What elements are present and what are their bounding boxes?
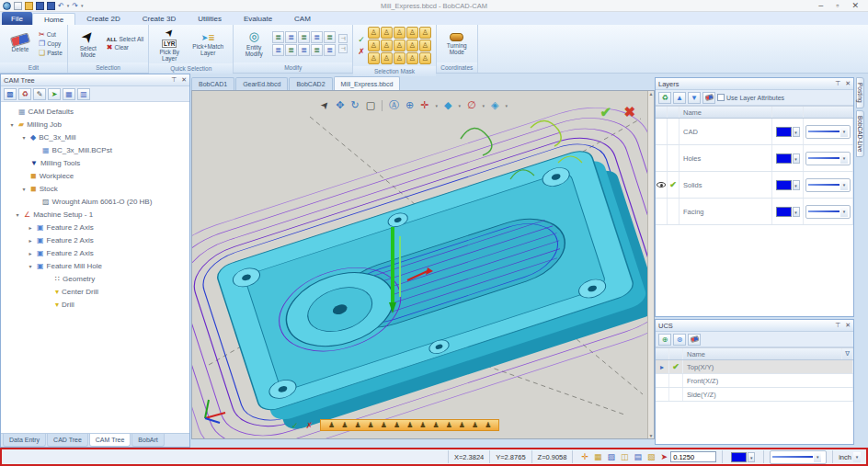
line-style-dropdown[interactable]: ▾: [770, 450, 827, 464]
close-panel-icon[interactable]: ✕: [845, 322, 851, 329]
color-dropdown-icon[interactable]: ▾: [793, 153, 800, 164]
sim-step-icon[interactable]: ♟: [459, 421, 465, 429]
layer-row[interactable]: CAD ▾ ▾: [656, 119, 853, 145]
undo-icon[interactable]: ↶: [58, 2, 64, 10]
mask-filter-icon[interactable]: ♙: [368, 27, 380, 39]
modify-tool-icon[interactable]: ≣: [272, 31, 284, 43]
tree-regen-icon[interactable]: ♻: [18, 88, 31, 100]
cut-button[interactable]: ✂ Cut: [39, 30, 63, 39]
tree-edit-icon[interactable]: ✎: [33, 88, 46, 100]
save-as-icon[interactable]: [47, 2, 55, 10]
layer-row[interactable]: Facing ▾ ▾: [656, 199, 853, 225]
modify-tool-icon[interactable]: ≣: [324, 31, 336, 43]
pick-match-layer-button[interactable]: ➤≣ Pick+Match Layer: [188, 33, 228, 56]
layer-row[interactable]: Holes ▾ ▾: [656, 145, 853, 172]
mask-filter-icon[interactable]: ♙: [406, 52, 418, 64]
maximize-button[interactable]: ▫: [836, 1, 839, 10]
orbit-icon[interactable]: ↻: [350, 99, 359, 111]
ucs-row[interactable]: Side(Y/Z): [656, 388, 853, 402]
sim-step-icon[interactable]: ♟: [419, 421, 426, 429]
mask-filter-icon[interactable]: ♙: [368, 52, 380, 64]
tree-item[interactable]: ▾Drill: [1, 298, 189, 311]
tab-home[interactable]: Home: [32, 13, 75, 25]
mask-filter-icon[interactable]: ♙: [419, 40, 431, 51]
unit-dropdown[interactable]: inch ▾: [832, 450, 866, 463]
ucs-row[interactable]: Front(X/Z): [656, 374, 853, 388]
tree-item[interactable]: ▾▣Feature Mill Hole: [1, 259, 189, 272]
mask-filter-icon[interactable]: ♙: [394, 52, 405, 64]
color-dropdown-icon[interactable]: ▾: [748, 452, 755, 462]
increment-input[interactable]: [670, 451, 716, 462]
tree-table2-icon[interactable]: ▥: [77, 88, 90, 100]
tree-item[interactable]: ◼Workpiece: [1, 169, 189, 182]
mask-filter-icon[interactable]: ♙: [394, 27, 405, 39]
viewport-canvas[interactable]: ➤ ✥ ↻ ▢ Ⓐ ⊕ ✛ ▾ ◆ ▾ ∅ ▾ ◈ ▾ ✔ ✖ ✓ ✗ ♟ ♟ …: [191, 90, 655, 439]
tab-bobart[interactable]: BobArt: [131, 434, 164, 447]
sim-step-icon[interactable]: ♟: [341, 421, 348, 429]
refresh-layers-icon[interactable]: ♻: [658, 92, 671, 104]
color-dropdown-icon[interactable]: ▾: [793, 207, 800, 217]
tree-item[interactable]: ▾▰Milling Job: [1, 118, 189, 131]
tree-table1-icon[interactable]: ▦: [63, 88, 75, 100]
zoom-window-icon[interactable]: ⊕: [405, 99, 414, 111]
redo-icon[interactable]: ↷: [72, 2, 78, 10]
increment-icon[interactable]: ⊣: [338, 34, 348, 43]
tab-cam-tree[interactable]: CAM Tree: [89, 434, 131, 447]
delete-button[interactable]: Delete: [5, 35, 36, 52]
modify-tool-icon[interactable]: ≣: [272, 44, 284, 56]
visibility-eye-icon[interactable]: [657, 182, 666, 188]
eraser-icon[interactable]: [702, 92, 715, 104]
hide-entities-icon[interactable]: ∅: [467, 99, 476, 111]
open-file-icon[interactable]: [25, 2, 33, 10]
status-tool-icon[interactable]: ◫: [618, 452, 632, 461]
sim-step-icon[interactable]: ♟: [446, 421, 452, 429]
tab-data-entry[interactable]: Data Entry: [3, 434, 46, 447]
clear-selection-button[interactable]: ✖ Clear: [107, 43, 143, 51]
tree-item[interactable]: ▸▣Feature 2 Axis: [1, 221, 189, 233]
viewport-ok-icon[interactable]: ✔: [600, 104, 611, 120]
sim-step-icon[interactable]: ♟: [381, 421, 387, 429]
tab-cad-tree[interactable]: CAD Tree: [47, 434, 88, 447]
sim-reject-icon[interactable]: ✗: [306, 421, 314, 430]
tree-post-icon[interactable]: ➤: [48, 88, 61, 100]
redo-dropdown-icon[interactable]: ▾: [81, 3, 84, 8]
side-tab-bobcad-live[interactable]: BobCAD-Live: [856, 110, 864, 157]
tree-item[interactable]: ▼Milling Tools: [1, 156, 189, 169]
modify-tool-icon[interactable]: ≣: [311, 31, 323, 43]
mask-filter-icon[interactable]: ♙: [419, 52, 431, 64]
status-tool-icon[interactable]: ➤: [658, 452, 671, 461]
tree-item[interactable]: ▨Wrought Alum 6061-O (20 HB): [1, 195, 189, 208]
line-style-dropdown[interactable]: ▾: [805, 205, 851, 219]
sim-step-icon[interactable]: ♟: [368, 421, 374, 429]
layer-row-active[interactable]: ✔ Solids ▾ ▾: [656, 172, 853, 199]
tree-item[interactable]: ▸▣Feature 2 Axis: [1, 233, 189, 246]
tree-item[interactable]: ▾Center Drill: [1, 285, 189, 298]
doc-tab-active[interactable]: Mill_Express.bbcd: [334, 76, 401, 90]
tree-item[interactable]: ▾◆BC_3x_Mill: [1, 131, 189, 143]
pan-icon[interactable]: ✥: [336, 99, 344, 111]
pin-icon[interactable]: ⊤: [835, 322, 840, 329]
mask-filter-icon[interactable]: ♙: [406, 40, 418, 51]
line-style-dropdown[interactable]: ▾: [805, 178, 851, 192]
doc-tab[interactable]: BobCAD2: [289, 77, 332, 90]
line-style-dropdown[interactable]: ▾: [805, 152, 851, 165]
move-up-icon[interactable]: ▲: [673, 92, 686, 104]
sim-step-icon[interactable]: ♟: [432, 421, 439, 429]
move-down-icon[interactable]: ▼: [688, 92, 701, 104]
tab-evaluate[interactable]: Evaluate: [233, 13, 283, 25]
tree-item[interactable]: ▸▣Feature 2 Axis: [1, 246, 189, 259]
sim-step-icon[interactable]: ♟: [485, 421, 491, 429]
tree-save-icon[interactable]: ▩: [4, 88, 17, 100]
entity-modify-button[interactable]: ◎ Entity Modify: [238, 30, 269, 57]
sim-step-icon[interactable]: ♟: [354, 421, 360, 429]
viewport-scrollbar[interactable]: ▲▼: [647, 91, 654, 438]
tree-item[interactable]: ▦BC_3x_Mill.BCPst: [1, 143, 189, 156]
layer-color-swatch[interactable]: [776, 153, 792, 164]
mask-x-icon[interactable]: ✗: [358, 47, 365, 56]
increment-icon[interactable]: ⊣: [338, 44, 348, 53]
line-style-dropdown[interactable]: ▾: [805, 125, 851, 139]
current-color-swatch[interactable]: [731, 452, 747, 462]
tab-create-3d[interactable]: Create 3D: [131, 13, 187, 25]
mask-filter-icon[interactable]: ♙: [381, 52, 393, 64]
mask-filter-icon[interactable]: ♙: [381, 27, 393, 39]
